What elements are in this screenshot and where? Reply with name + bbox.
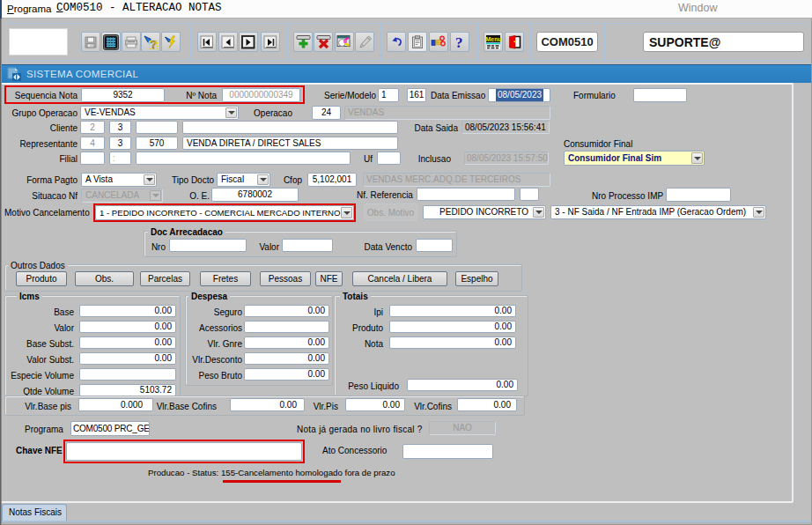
svg-text:?: ?: [455, 35, 463, 49]
svg-text:Menu: Menu: [486, 35, 502, 41]
svg-text:?: ?: [151, 39, 157, 50]
